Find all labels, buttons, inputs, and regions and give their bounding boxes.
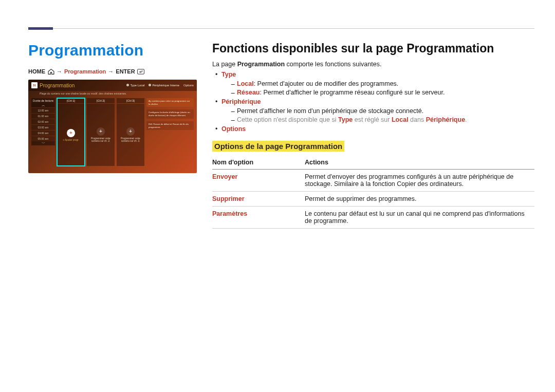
feature-periph-label: Périphérique	[221, 98, 261, 105]
feature-type: Type Local: Permet d'ajouter ou de modif…	[212, 71, 534, 96]
lead-pre: La page	[212, 61, 237, 68]
local-text: : Permet d'ajouter ou de modifier des pr…	[254, 80, 399, 87]
tv-type-value: Local	[138, 84, 145, 87]
page-title: Programmation	[28, 42, 197, 59]
plus-icon: +	[97, 127, 105, 136]
tv-channel-1: [CH 1] + + Ajouter progr.	[57, 98, 85, 166]
opt-text: Le contenu par défaut est lu sur un cana…	[305, 207, 534, 229]
opt-name: Supprimer	[212, 192, 305, 207]
svg-rect-0	[137, 69, 144, 73]
note-mid: est réglé sur	[353, 116, 392, 123]
tv-time-cell: 05:00 am	[31, 136, 55, 141]
note-kw-local: Local	[392, 116, 409, 123]
options-table: Nom d'option Actions Envoyer Permet d'en…	[212, 156, 534, 229]
section-heading: Fonctions disponibles sur la page Progra…	[212, 42, 534, 55]
feature-options-label: Options	[221, 125, 246, 133]
home-icon	[47, 69, 54, 74]
opt-text: Permet de supprimer des programmes.	[305, 192, 534, 207]
tv-side-tip: Configurez la durée d'affichage (durée o…	[146, 109, 194, 118]
check-icon	[126, 84, 129, 86]
table-row: Envoyer Permet d'envoyer des programmes …	[212, 170, 534, 192]
tv-bar-right: Type Local Périphérique Interne Options	[126, 84, 194, 87]
chevron-up-icon: ︿	[31, 103, 55, 107]
tv-titlebar: 31 Programmation Type Local Périphérique…	[28, 80, 197, 91]
opt-name: Envoyer	[212, 170, 305, 192]
tv-time-cell: 03:00 am	[31, 125, 55, 130]
feature-type-label: Type	[221, 71, 236, 78]
nav-path: HOME → Programmation → ENTER	[28, 68, 197, 74]
tv-side-tip: Aj. contenu pour créer un programme sur …	[146, 98, 194, 107]
feature-peripherique: Périphérique Permet d'afficher le nom d'…	[212, 98, 534, 123]
tv-title: Programmation	[40, 83, 75, 88]
page-body: Programmation HOME → Programmation → ENT…	[0, 29, 555, 239]
options-subheading: Options de la page Programmation	[212, 141, 344, 152]
note-pre: Cette option n'est disponible que si	[237, 116, 338, 123]
tv-ch-card: + + Ajouter progr.	[57, 104, 85, 166]
reseau-text: : Permet d'afficher le programme réseau …	[260, 89, 445, 96]
chevron-down-icon: ﹀	[31, 141, 55, 145]
tv-times-col: Durée de lecture ︿ 12:00 am 01:00 am 02:…	[31, 98, 55, 166]
tv-device-label: Périphérique	[152, 84, 169, 87]
tv-ch-label: + Ajouter progr.	[63, 139, 79, 141]
periph-desc: Permet d'afficher le nom d'un périphériq…	[221, 107, 534, 115]
tv-ch-card: + Programmez votre contenu sur ch. 3.	[117, 104, 144, 166]
tv-time-cell: 01:00 am	[31, 114, 55, 119]
left-column: Programmation HOME → Programmation → ENT…	[28, 42, 197, 229]
header-rule	[0, 0, 555, 29]
tv-side-tips: Aj. contenu pour créer un programme sur …	[146, 98, 194, 166]
tv-time-cell: 04:00 am	[31, 130, 55, 136]
tv-ch-label: Programmez votre contenu sur ch. 2.	[87, 137, 115, 142]
tv-subtitle: Plage du contenu sur une chaîne locale o…	[28, 91, 197, 95]
tv-channel-2: [CH 2] + Programmez votre contenu sur ch…	[87, 98, 115, 166]
lead-bold: Programmation	[237, 61, 285, 68]
opt-text: Permet d'envoyer des programmes configur…	[305, 170, 534, 192]
tv-body: Durée de lecture ︿ 12:00 am 01:00 am 02:…	[28, 95, 197, 168]
plus-icon: +	[126, 127, 135, 136]
path-arrow-2: →	[108, 68, 114, 74]
section-lead: La page Programmation comporte les fonct…	[212, 61, 534, 68]
tv-ch-header: [CH 3]	[117, 98, 144, 103]
tv-side-tip: Déf. l'heure de début et l'heure de fin …	[146, 121, 194, 130]
feature-type-reseau: Réseau: Permet d'afficher le programme r…	[221, 89, 534, 96]
tv-time-cell: 12:00 am	[31, 108, 55, 113]
plus-icon: +	[67, 129, 75, 137]
calendar-day: 31	[33, 84, 36, 87]
check-icon	[149, 84, 151, 86]
tv-ch-card: + Programmez votre contenu sur ch. 2.	[87, 104, 115, 166]
note-end: .	[465, 116, 467, 123]
right-column: Fonctions disponibles sur la page Progra…	[212, 42, 534, 229]
tv-options-label: Options	[183, 84, 194, 87]
kw-local: Local	[237, 80, 254, 87]
tv-ch-header: [CH 1]	[57, 98, 85, 103]
path-mid: Programmation	[64, 68, 106, 74]
tv-time-cell: 02:00 am	[31, 119, 55, 124]
note-kw-periph: Périphérique	[426, 116, 465, 123]
feature-options: Options	[212, 125, 534, 133]
opt-name: Paramètres	[212, 207, 305, 229]
path-home-label: HOME	[28, 68, 45, 74]
options-col-actions: Actions	[305, 156, 534, 170]
options-col-name: Nom d'option	[212, 156, 305, 170]
tv-type-label: Type	[130, 84, 137, 87]
tv-times-header: Durée de lecture	[31, 98, 55, 103]
table-row: Supprimer Permet de supprimer des progra…	[212, 192, 534, 207]
feature-list: Type Local: Permet d'ajouter ou de modif…	[212, 71, 534, 133]
path-arrow-1: →	[57, 68, 62, 74]
enter-icon	[137, 69, 144, 74]
tv-device-value: Interne	[170, 84, 179, 87]
note-kw-type: Type	[338, 116, 353, 123]
calendar-icon: 31	[31, 82, 38, 88]
periph-note: Cette option n'est disponible que si Typ…	[221, 116, 534, 123]
table-row: Paramètres Le contenu par défaut est lu …	[212, 207, 534, 229]
path-enter-label: ENTER	[116, 68, 135, 74]
feature-type-local: Local: Permet d'ajouter ou de modifier d…	[221, 80, 534, 87]
tv-ch-header: [CH 2]	[87, 98, 115, 103]
lead-post: comporte les fonctions suivantes.	[285, 61, 381, 68]
kw-reseau: Réseau	[237, 89, 260, 96]
tv-channel-3: [CH 3] + Programmez votre contenu sur ch…	[117, 98, 144, 166]
tv-ch-label: Programmez votre contenu sur ch. 3.	[117, 137, 144, 142]
note-mid2: dans	[409, 116, 426, 123]
tv-screenshot: 31 Programmation Type Local Périphérique…	[28, 80, 197, 173]
